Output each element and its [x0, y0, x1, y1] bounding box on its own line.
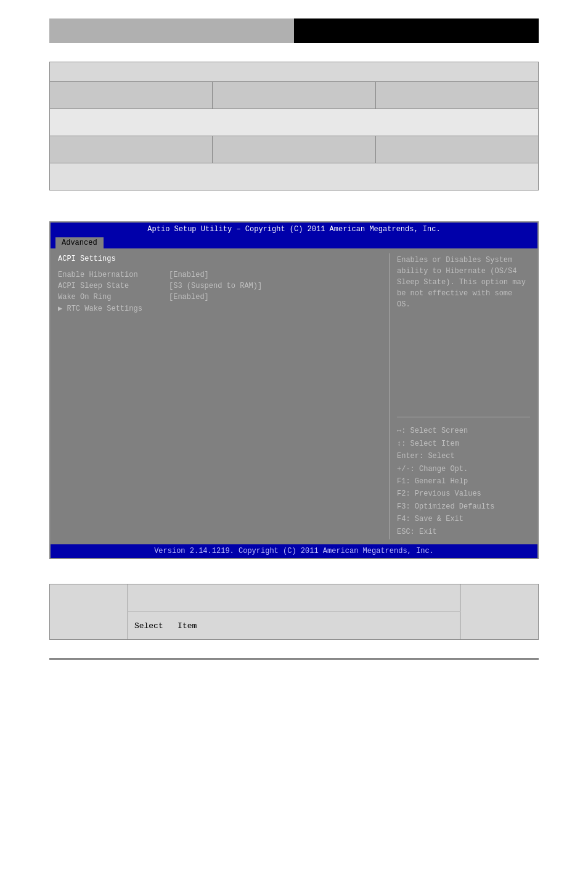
- bios-key-f4: F4: Save & Exit: [397, 513, 530, 525]
- bios-body: ACPI Settings Enable Hibernation [Enable…: [51, 248, 537, 544]
- bios-key-change: +/-: Change Opt.: [397, 463, 530, 475]
- bios-item-3[interactable]: ▶ RTC Wake Settings: [58, 304, 382, 313]
- bios-key-f3: F3: Optimized Defaults: [397, 501, 530, 513]
- bios-item-value-2: [Enabled]: [169, 293, 209, 301]
- bios-item-label-2: Wake On Ring: [58, 293, 169, 301]
- bios-screen: Aptio Setup Utility – Copyright (C) 2011…: [49, 221, 539, 559]
- bios-key-list: ↔: Select Screen ↕: Select Item Enter: S…: [397, 425, 530, 538]
- bios-tab-advanced[interactable]: Advanced: [55, 237, 104, 248]
- grid-cell-1: [50, 82, 213, 109]
- bottom-grid-cell-mid-top: [128, 584, 460, 612]
- bottom-grid-cell-mid-bot: Select Item: [128, 612, 460, 640]
- bios-item-0[interactable]: Enable Hibernation [Enabled]: [58, 271, 382, 279]
- bios-item-label-0: Enable Hibernation: [58, 271, 169, 279]
- top-grid-table-1: [49, 62, 539, 190]
- bios-footer: Version 2.14.1219. Copyright (C) 2011 Am…: [51, 544, 537, 558]
- bios-right-panel: Enables or Disables System ability to Hi…: [390, 248, 537, 544]
- bottom-grid-row: [50, 584, 539, 612]
- bottom-grid-cell-right: [460, 584, 539, 640]
- bios-key-enter: Enter: Select: [397, 450, 530, 462]
- bottom-grid-section: Select Item: [0, 578, 588, 646]
- bios-help-text: Enables or Disables System ability to Hi…: [397, 255, 530, 409]
- bios-key-f1: F1: General Help: [397, 475, 530, 488]
- top-section: [0, 0, 588, 55]
- top-grid-section: [0, 55, 588, 203]
- bios-title: Aptio Setup Utility – Copyright (C) 2011…: [51, 223, 537, 236]
- bios-item-value-1: [S3 (Suspend to RAM)]: [169, 282, 262, 290]
- bios-horizontal-divider: [397, 417, 530, 417]
- bios-tab-bar: Advanced: [51, 236, 537, 248]
- bios-key-f2: F2: Previous Values: [397, 488, 530, 500]
- grid-footer-1: [50, 163, 539, 190]
- bios-item-2[interactable]: Wake On Ring [Enabled]: [58, 293, 382, 301]
- grid-header-1: [50, 62, 539, 82]
- grid-cell-2: [213, 82, 375, 109]
- bios-item-value-0: [Enabled]: [169, 271, 209, 279]
- grid-cell-5: [213, 136, 375, 163]
- bottom-grid-table: Select Item: [49, 584, 539, 640]
- bottom-divider: [49, 658, 539, 660]
- bios-item-1[interactable]: ACPI Sleep State [S3 (Suspend to RAM)]: [58, 282, 382, 290]
- grid-cell-4: [50, 136, 213, 163]
- bottom-grid-cell-left: [50, 584, 128, 640]
- bios-item-label-1: ACPI Sleep State: [58, 282, 169, 290]
- bios-key-esc: ESC: Exit: [397, 526, 530, 538]
- bios-section-title: ACPI Settings: [58, 255, 382, 263]
- grid-row-full-1: [50, 109, 539, 136]
- top-bar-left: [49, 18, 294, 43]
- top-bar-right: [294, 18, 539, 43]
- bios-left-panel: ACPI Settings Enable Hibernation [Enable…: [51, 248, 389, 544]
- select-label: Select: [134, 621, 163, 631]
- grid-cell-6: [375, 136, 538, 163]
- bios-key-select-screen: ↔: Select Screen: [397, 425, 530, 437]
- bios-item-label-3: ▶ RTC Wake Settings: [58, 304, 169, 313]
- grid-cell-3: [375, 82, 538, 109]
- bios-key-select-item: ↕: Select Item: [397, 438, 530, 450]
- item-label: Item: [178, 621, 197, 631]
- top-bar: [49, 18, 539, 43]
